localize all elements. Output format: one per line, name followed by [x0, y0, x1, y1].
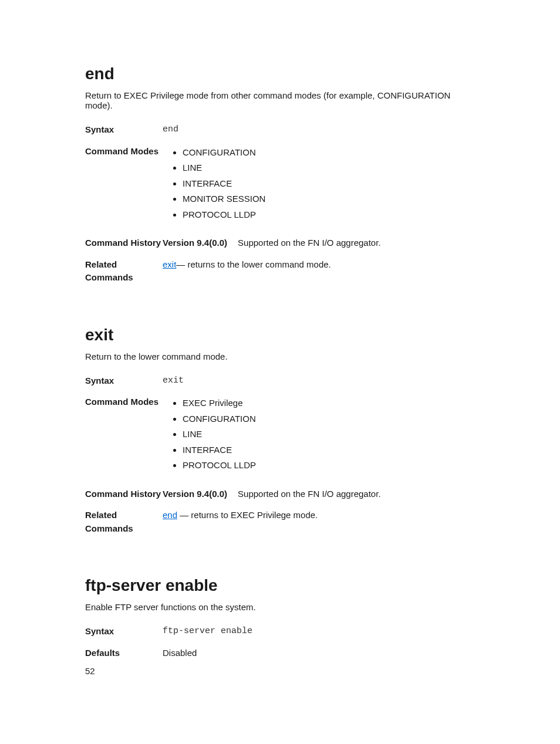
- section-heading-ftp-server-enable: ftp-server enable: [85, 576, 475, 595]
- label-syntax: Syntax: [85, 374, 163, 388]
- related-text: — returns to the lower command mode.: [176, 259, 330, 269]
- mode-item: LINE: [183, 428, 475, 441]
- mode-item: MONITOR SESSION: [183, 192, 475, 206]
- history-note: Supported on the FN I/O aggregator.: [238, 488, 381, 501]
- label-command-modes: Command Modes: [85, 145, 163, 158]
- history-version: Version 9.4(0.0): [163, 488, 227, 501]
- row-defaults: Defaults Disabled: [85, 647, 475, 660]
- command-modes-list: CONFIGURATION LINE INTERFACE MONITOR SES…: [163, 146, 475, 222]
- mode-item: EXEC Privilege: [183, 397, 475, 410]
- row-command-modes: Command Modes EXEC Privilege CONFIGURATI…: [85, 395, 475, 475]
- label-command-history: Command History: [85, 488, 163, 501]
- label-syntax: Syntax: [85, 625, 163, 638]
- history-version: Version 9.4(0.0): [163, 236, 227, 250]
- label-defaults: Defaults: [85, 647, 163, 660]
- mode-item: PROTOCOL LLDP: [183, 208, 475, 222]
- page-number: 52: [85, 666, 95, 676]
- value-syntax: exit: [163, 374, 475, 388]
- row-command-modes: Command Modes CONFIGURATION LINE INTERFA…: [85, 145, 475, 224]
- row-related-commands: Related Commands exit— returns to the lo…: [85, 258, 475, 285]
- mode-item: INTERFACE: [183, 177, 475, 191]
- label-command-history: Command History: [85, 236, 163, 250]
- row-command-history: Command History Version 9.4(0.0) Support…: [85, 488, 475, 501]
- label-syntax: Syntax: [85, 123, 163, 137]
- row-syntax: Syntax exit: [85, 374, 475, 388]
- mode-item: CONFIGURATION: [183, 412, 475, 426]
- section-heading-end: end: [85, 65, 475, 83]
- mode-item: LINE: [183, 161, 475, 175]
- section-description: Return to EXEC Privilege mode from other…: [85, 90, 475, 110]
- link-exit[interactable]: exit: [163, 259, 176, 269]
- label-related-commands: Related Commands: [85, 258, 163, 285]
- mode-item: CONFIGURATION: [183, 146, 475, 160]
- mode-item: PROTOCOL LLDP: [183, 459, 475, 472]
- row-syntax: Syntax end: [85, 123, 475, 137]
- command-modes-list: EXEC Privilege CONFIGURATION LINE INTERF…: [163, 397, 475, 472]
- row-syntax: Syntax ftp-server enable: [85, 625, 475, 638]
- link-end[interactable]: end: [163, 510, 177, 520]
- history-note: Supported on the FN I/O aggregator.: [238, 236, 381, 250]
- section-description: Enable FTP server functions on the syste…: [85, 602, 475, 612]
- label-command-modes: Command Modes: [85, 395, 163, 409]
- row-related-commands: Related Commands end — returns to EXEC P…: [85, 509, 475, 535]
- related-text: — returns to EXEC Privilege mode.: [177, 510, 318, 520]
- section-description: Return to the lower command mode.: [85, 351, 475, 361]
- label-related-commands: Related Commands: [85, 509, 163, 535]
- mode-item: INTERFACE: [183, 444, 475, 457]
- value-syntax: ftp-server enable: [163, 625, 475, 638]
- value-defaults: Disabled: [163, 647, 475, 660]
- row-command-history: Command History Version 9.4(0.0) Support…: [85, 236, 475, 250]
- page-content: end Return to EXEC Privilege mode from o…: [0, 0, 560, 660]
- value-syntax: end: [163, 123, 475, 137]
- section-heading-exit: exit: [85, 326, 475, 344]
